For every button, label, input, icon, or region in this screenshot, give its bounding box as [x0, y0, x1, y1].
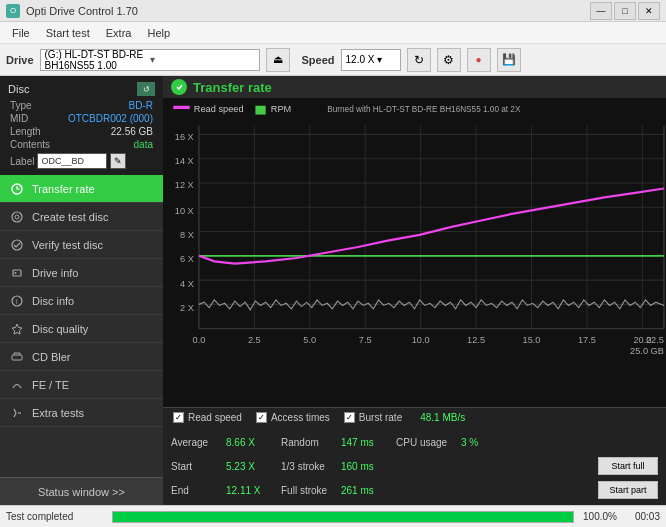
nav-disc-info-label: Disc info: [32, 295, 74, 307]
app-title: Opti Drive Control 1.70: [26, 5, 138, 17]
chart-svg: Read speed RPM Burned with HL-DT-ST BD-R…: [163, 98, 666, 407]
svg-text:2.5: 2.5: [248, 334, 261, 345]
stats-row-1: Average 8.66 X Random 147 ms CPU usage 3…: [171, 431, 658, 453]
nav-extra-tests-label: Extra tests: [32, 407, 84, 419]
sidebar: Disc ↺ Type BD-R MID OTCBDR002 (000) Len…: [0, 76, 163, 505]
status-window-button[interactable]: Status window >>: [0, 477, 163, 505]
maximize-button[interactable]: □: [614, 2, 636, 20]
read-speed-checkbox[interactable]: ✓: [173, 412, 184, 423]
read-speed-checkbox-item[interactable]: ✓ Read speed: [173, 412, 242, 423]
menu-bar: File Start test Extra Help: [0, 22, 666, 44]
sidebar-item-disc-quality[interactable]: Disc quality: [0, 315, 163, 343]
disc-section-header: Disc ↺: [8, 82, 155, 96]
disc-type-row: Type BD-R: [8, 100, 155, 111]
speed-select[interactable]: 12.0 X ▾: [341, 49, 401, 71]
settings-button[interactable]: ⚙: [437, 48, 461, 72]
chart-area: Read speed RPM Burned with HL-DT-ST BD-R…: [163, 98, 666, 407]
svg-text:0.0: 0.0: [193, 334, 206, 345]
svg-text:i: i: [16, 298, 18, 305]
status-text: Test completed: [6, 511, 106, 522]
sidebar-item-disc-info[interactable]: i Disc info: [0, 287, 163, 315]
progress-bar-container: [112, 511, 574, 523]
sidebar-item-drive-info[interactable]: Drive info: [0, 259, 163, 287]
burst-rate-checkbox[interactable]: ✓: [344, 412, 355, 423]
length-key: Length: [10, 126, 41, 137]
burst-rate-value: 48.1 MB/s: [420, 412, 465, 423]
minimize-button[interactable]: —: [590, 2, 612, 20]
svg-point-3: [12, 240, 22, 250]
progress-bar-fill: [113, 512, 573, 522]
stroke-1-3-label: 1/3 stroke: [281, 461, 341, 472]
svg-text:Burned with HL-DT-ST BD-RE  BH: Burned with HL-DT-ST BD-RE BH16NS55 1.00…: [327, 104, 520, 114]
disc-info-section: Disc ↺ Type BD-R MID OTCBDR002 (000) Len…: [0, 76, 163, 175]
speed-label: Speed: [302, 54, 335, 66]
disc-mid-row: MID OTCBDR002 (000): [8, 113, 155, 124]
close-button[interactable]: ✕: [638, 2, 660, 20]
svg-text:12.5: 12.5: [467, 334, 485, 345]
fe-te-icon: [10, 378, 24, 392]
menu-start-test[interactable]: Start test: [38, 25, 98, 41]
svg-text:14 X: 14 X: [175, 155, 195, 166]
save-button[interactable]: 💾: [497, 48, 521, 72]
menu-file[interactable]: File: [4, 25, 38, 41]
svg-text:10 X: 10 X: [175, 205, 195, 216]
refresh-button[interactable]: ↻: [407, 48, 431, 72]
nav-disc-quality-label: Disc quality: [32, 323, 88, 335]
menu-extra[interactable]: Extra: [98, 25, 140, 41]
start-full-button[interactable]: Start full: [598, 457, 658, 475]
svg-text:25.0 GB: 25.0 GB: [630, 345, 664, 356]
cpu-usage-label: CPU usage: [396, 437, 461, 448]
svg-text:16 X: 16 X: [175, 131, 195, 142]
sidebar-item-extra-tests[interactable]: Extra tests: [0, 399, 163, 427]
status-bar: Test completed 100.0% 00:03: [0, 505, 666, 527]
disc-label-row: Label ✎: [8, 153, 155, 169]
disc-quality-icon: [10, 322, 24, 336]
create-test-disc-icon: [10, 210, 24, 224]
stats-row-2: Start 5.23 X 1/3 stroke 160 ms Start ful…: [171, 455, 658, 477]
disc-refresh-button[interactable]: ↺: [137, 82, 155, 96]
nav-fe-te-label: FE / TE: [32, 379, 69, 391]
menu-help[interactable]: Help: [139, 25, 178, 41]
svg-rect-11: [163, 98, 666, 407]
svg-text:4 X: 4 X: [180, 277, 194, 288]
average-val: 8.66 X: [226, 437, 271, 448]
label-edit-button[interactable]: ✎: [110, 153, 126, 169]
eject-button[interactable]: ⏏: [266, 48, 290, 72]
info-button[interactable]: ●: [467, 48, 491, 72]
chevron-down-icon: ▾: [150, 54, 255, 65]
sidebar-item-create-test-disc[interactable]: Create test disc: [0, 203, 163, 231]
app-icon: O: [6, 4, 20, 18]
disc-length-row: Length 22.56 GB: [8, 126, 155, 137]
start-part-button[interactable]: Start part: [598, 481, 658, 499]
panel-title: Transfer rate: [193, 80, 272, 95]
cd-bler-icon: [10, 350, 24, 364]
speed-value: 12.0 X ▾: [346, 54, 383, 65]
type-key: Type: [10, 100, 32, 111]
contents-key: Contents: [10, 139, 50, 150]
right-panel: Transfer rate Read speed RPM Burned with…: [163, 76, 666, 505]
svg-text:RPM: RPM: [271, 103, 292, 114]
window-controls: — □ ✕: [590, 2, 660, 20]
extra-tests-icon: [10, 406, 24, 420]
sidebar-item-cd-bler[interactable]: CD Bler: [0, 343, 163, 371]
access-times-checkbox[interactable]: ✓: [256, 412, 267, 423]
svg-point-1: [12, 212, 22, 222]
disc-contents-row: Contents data: [8, 139, 155, 150]
svg-rect-4: [13, 270, 21, 276]
read-speed-checkbox-label: Read speed: [188, 412, 242, 423]
sidebar-item-verify-test-disc[interactable]: Verify test disc: [0, 231, 163, 259]
nav-drive-info-label: Drive info: [32, 267, 78, 279]
panel-icon: [171, 79, 187, 95]
drive-bar: Drive (G:) HL-DT-ST BD-RE BH16NS55 1.00 …: [0, 44, 666, 76]
svg-text:17.5: 17.5: [578, 334, 596, 345]
nav-cd-bler-label: CD Bler: [32, 351, 71, 363]
sidebar-item-fe-te[interactable]: FE / TE: [0, 371, 163, 399]
svg-text:Read speed: Read speed: [194, 103, 244, 114]
burst-rate-checkbox-item[interactable]: ✓ Burst rate: [344, 412, 402, 423]
sidebar-item-transfer-rate[interactable]: Transfer rate: [0, 175, 163, 203]
svg-text:5.0: 5.0: [303, 334, 316, 345]
label-input[interactable]: [37, 153, 107, 169]
drive-select[interactable]: (G:) HL-DT-ST BD-RE BH16NS55 1.00 ▾: [40, 49, 260, 71]
svg-point-2: [15, 215, 19, 219]
access-times-checkbox-item[interactable]: ✓ Access times: [256, 412, 330, 423]
